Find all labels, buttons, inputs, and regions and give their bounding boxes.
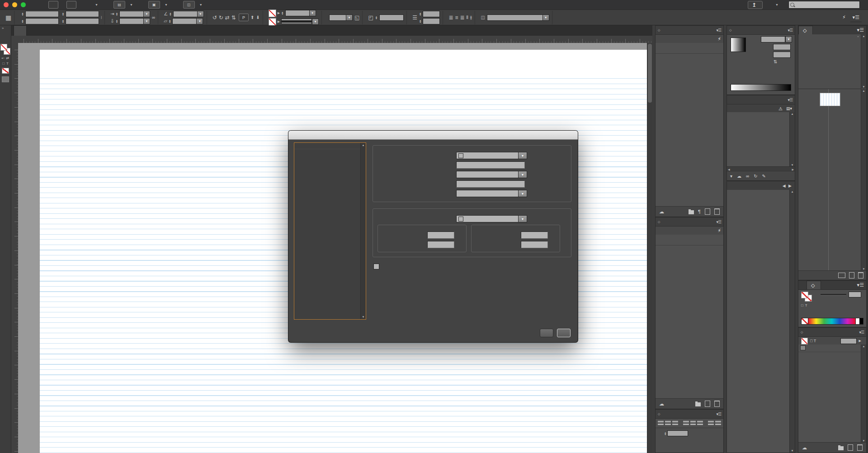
stock-button[interactable]	[66, 1, 76, 9]
docgrid-color-dropdown[interactable]: ▼	[456, 215, 527, 222]
scroll-up-icon[interactable]: ▲	[361, 144, 366, 146]
paragraph-style-icon[interactable]: ¶	[698, 209, 701, 214]
columns-stepper[interactable]: ▲▼	[419, 12, 421, 16]
chevron-right-icon[interactable]: ▶	[278, 11, 280, 15]
swatch-row[interactable]: ✕ ◎	[798, 344, 861, 352]
indent-field[interactable]	[667, 430, 688, 436]
color-spectrum-bar[interactable]	[801, 318, 863, 325]
collapse-icon[interactable]: ◇	[658, 28, 660, 32]
trash-icon[interactable]	[858, 272, 863, 278]
page-column-icon[interactable]: ▤▾	[786, 106, 792, 111]
height-stepper[interactable]: ▲▼	[62, 19, 64, 23]
scale-x-field[interactable]	[119, 11, 143, 17]
channel-slider[interactable]	[821, 294, 846, 296]
channel-field[interactable]	[849, 292, 861, 297]
v-subdivisions-field[interactable]	[521, 241, 548, 248]
corner-stepper[interactable]: ▲▼	[375, 16, 377, 19]
arrange-documents-dropdown[interactable]: ◫	[183, 1, 195, 9]
apply-none-button[interactable]	[2, 68, 9, 74]
chevron-down-icon[interactable]: ▼	[785, 36, 792, 42]
x-stepper[interactable]: ▲▼	[21, 12, 24, 16]
align-center-button[interactable]	[665, 420, 671, 426]
minimize-window-button[interactable]	[12, 2, 17, 7]
collapse-icon[interactable]: ◇	[801, 330, 803, 334]
justify-center-button[interactable]	[690, 420, 696, 426]
select-content-icon[interactable]: ⬇	[256, 15, 259, 20]
fill-swatch[interactable]	[801, 338, 808, 344]
new-page-icon[interactable]	[849, 272, 854, 278]
distribute-horizontal-icon[interactable]: ⫴	[467, 15, 468, 20]
style-row[interactable]	[656, 235, 723, 245]
gradient-thumbnail[interactable]	[731, 38, 746, 52]
shear-stepper[interactable]: ▲▼	[169, 19, 171, 23]
bridge-button[interactable]	[48, 1, 58, 9]
default-swap-swatches[interactable]: ▪▫⇄	[2, 56, 9, 60]
opacity-field[interactable]	[329, 14, 346, 21]
master-page-row[interactable]	[798, 34, 861, 39]
fill-swatch[interactable]	[801, 292, 808, 298]
text-wrap-icon[interactable]: ◫	[481, 15, 485, 20]
h-gridline-field[interactable]	[427, 231, 454, 239]
publish-online-button[interactable]: ↥	[748, 1, 763, 9]
edit-original-icon[interactable]: ✎	[762, 174, 766, 179]
tab-seiten[interactable]: ◇	[798, 26, 813, 34]
formatting-affects-buttons[interactable]: □T	[801, 303, 807, 307]
fill-stroke-widget[interactable]	[0, 44, 10, 55]
view-options-dropdown[interactable]: ▤	[113, 1, 125, 9]
position-field[interactable]	[773, 52, 791, 58]
links-list[interactable]	[727, 112, 790, 167]
v-gridline-field[interactable]	[521, 231, 548, 239]
link-scale-icon[interactable]: ∞	[152, 15, 155, 20]
quick-apply-icon[interactable]: ⚡	[717, 36, 721, 42]
quick-apply-icon[interactable]: ⚡	[717, 228, 721, 234]
page-thumbnail[interactable]	[820, 93, 840, 106]
filter-icon[interactable]: ▾	[730, 174, 732, 179]
prev-link-icon[interactable]: ◀ ▶	[783, 184, 793, 188]
gradient-ramp[interactable]	[731, 84, 791, 91]
new-swatch-icon[interactable]	[848, 444, 853, 451]
rotate-ccw-icon[interactable]: ↺	[212, 14, 217, 21]
cancel-button[interactable]	[540, 329, 553, 337]
stroke-weight-stepper[interactable]: ▲▼	[281, 11, 283, 15]
chevron-down-icon[interactable]: ▼	[346, 14, 353, 21]
workspace-switcher[interactable]: ▼	[773, 3, 778, 6]
tool-button[interactable]	[1, 32, 10, 40]
trash-icon[interactable]	[857, 444, 863, 451]
constrain-proportions-icon[interactable]: ⧘	[101, 15, 102, 20]
new-spread-icon[interactable]	[838, 273, 845, 278]
master-thumbnail[interactable]	[858, 36, 859, 37]
rotation-stepper[interactable]: ▲▼	[169, 12, 171, 16]
collapse-icon[interactable]: ◇	[658, 220, 660, 224]
relink-icon[interactable]: ∞	[746, 174, 749, 179]
chevron-down-icon[interactable]: ▼	[309, 10, 316, 16]
scale-y-stepper[interactable]: ▲▼	[116, 19, 118, 23]
y-field[interactable]	[25, 18, 59, 24]
scale-y-field[interactable]	[119, 18, 143, 24]
corner-radius-field[interactable]	[379, 14, 404, 21]
chevron-down-icon[interactable]: ▼	[143, 18, 150, 24]
pages-list[interactable]	[798, 89, 861, 271]
gradient-type-dropdown[interactable]	[761, 36, 785, 42]
fill-swatch[interactable]	[0, 44, 7, 51]
link-info-scrollbar[interactable]: ▲▼	[789, 190, 795, 453]
justify-left-button[interactable]	[683, 420, 689, 426]
grids-in-back-checkbox[interactable]	[373, 264, 379, 269]
object-style-dropdown[interactable]	[487, 14, 542, 21]
swatches-scrollbar[interactable]: ▲▼	[861, 344, 866, 443]
ruler-corner[interactable]	[11, 36, 19, 43]
indent-stepper[interactable]: ▲▼	[664, 432, 666, 435]
cc-libraries-icon[interactable]: ☁	[659, 209, 664, 215]
scale-x-stepper[interactable]: ▲▼	[116, 12, 118, 16]
align-center-icon[interactable]: ≡	[455, 14, 458, 21]
style-row[interactable]	[656, 43, 723, 54]
style-group-icon[interactable]	[695, 402, 701, 406]
panel-menu-icon[interactable]: ▾☰	[716, 412, 721, 416]
reference-point-proxy[interactable]: ▦	[5, 14, 11, 21]
chevron-down-icon[interactable]: ▼	[143, 11, 150, 17]
quick-apply-icon[interactable]: ⚡	[842, 14, 846, 20]
scroll-down-icon[interactable]: ▼	[361, 316, 366, 318]
reverse-icon[interactable]: ⇅	[774, 59, 777, 64]
fill-stroke-widget[interactable]	[801, 292, 812, 302]
search-input[interactable]	[788, 1, 860, 9]
height-field[interactable]	[66, 18, 99, 24]
